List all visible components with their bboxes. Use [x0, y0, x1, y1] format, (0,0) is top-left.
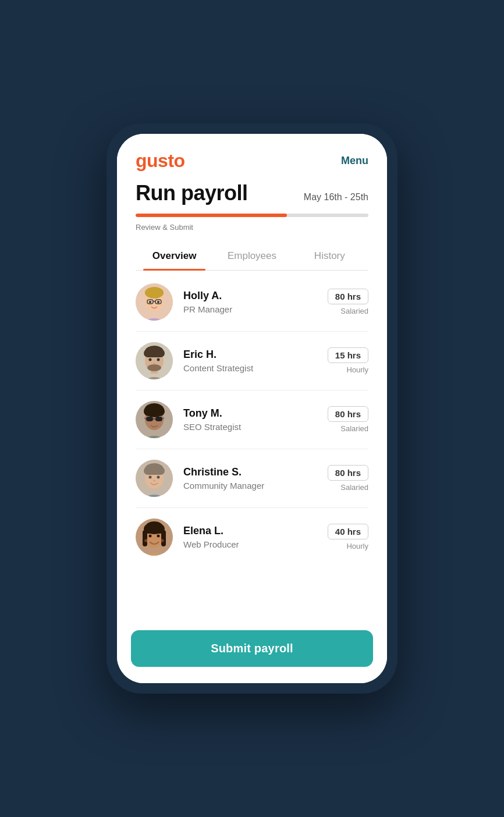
- date-range: May 16th - 25th: [304, 192, 368, 203]
- svg-rect-25: [146, 417, 153, 421]
- employee-info: Eric H. Content Strategist: [183, 349, 328, 373]
- svg-point-36: [157, 476, 160, 479]
- avatar: [136, 342, 173, 379]
- employee-info: Christine S. Community Manager: [183, 466, 328, 491]
- employee-role: Content Strategist: [183, 363, 328, 373]
- hours-block: 80 hrs Salaried: [328, 465, 368, 492]
- submit-payroll-button[interactable]: Submit payroll: [131, 630, 373, 667]
- hours-block: 15 hrs Hourly: [328, 347, 368, 374]
- hours-badge: 80 hrs: [328, 406, 368, 422]
- employee-name: Eric H.: [183, 349, 328, 361]
- svg-point-17: [149, 358, 152, 361]
- pay-type: Hourly: [328, 365, 368, 374]
- employee-name: Elena L.: [183, 525, 328, 537]
- employee-info: Elena L. Web Producer: [183, 525, 328, 549]
- table-row[interactable]: Elena L. Web Producer 40 hrs Hourly: [136, 508, 368, 566]
- employee-info: Holly A. PR Manager: [183, 290, 328, 314]
- hours-badge: 80 hrs: [328, 289, 368, 304]
- progress-label: Review & Submit: [136, 223, 368, 232]
- table-row[interactable]: Eric H. Content Strategist 15 hrs Hourly: [136, 332, 368, 390]
- app-logo: gusto: [136, 150, 185, 172]
- phone-shell: gusto Menu Run payroll May 16th - 25th R…: [107, 123, 397, 694]
- svg-rect-4: [145, 289, 164, 296]
- employee-name: Christine S.: [183, 466, 328, 478]
- hours-block: 80 hrs Salaried: [328, 406, 368, 433]
- avatar: [136, 401, 173, 438]
- employee-list: Holly A. PR Manager 80 hrs Salaried: [136, 273, 368, 566]
- svg-point-39: [141, 553, 167, 556]
- svg-point-47: [144, 539, 150, 542]
- svg-point-8: [149, 301, 151, 303]
- svg-point-16: [147, 364, 161, 371]
- hours-block: 40 hrs Hourly: [328, 524, 368, 550]
- tab-employees[interactable]: Employees: [213, 242, 290, 270]
- page-title: Run payroll: [136, 181, 248, 205]
- avatar: [136, 460, 173, 497]
- pay-type: Hourly: [328, 542, 368, 550]
- table-row[interactable]: Tony M. SEO Strategist 80 hrs Salaried: [136, 390, 368, 449]
- app-header: gusto Menu: [117, 134, 387, 181]
- svg-point-21: [141, 436, 167, 438]
- svg-point-1: [141, 318, 167, 321]
- svg-point-31: [141, 495, 167, 497]
- svg-rect-44: [161, 530, 166, 546]
- tab-overview[interactable]: Overview: [136, 242, 213, 270]
- svg-point-9: [157, 301, 159, 303]
- svg-point-45: [149, 535, 152, 538]
- svg-point-46: [157, 535, 160, 538]
- employee-name: Holly A.: [183, 290, 328, 302]
- svg-point-18: [157, 358, 160, 361]
- svg-point-11: [141, 377, 167, 379]
- table-row[interactable]: Holly A. PR Manager 80 hrs Salaried: [136, 273, 368, 332]
- tabs-bar: Overview Employees History: [136, 242, 368, 271]
- employee-role: Web Producer: [183, 539, 328, 549]
- progress-bar: [136, 214, 368, 217]
- employee-info: Tony M. SEO Strategist: [183, 407, 328, 432]
- employee-name: Tony M.: [183, 407, 328, 420]
- svg-rect-15: [144, 349, 165, 357]
- pay-type: Salaried: [328, 424, 368, 433]
- pay-type: Salaried: [328, 483, 368, 492]
- avatar: [136, 283, 173, 321]
- hours-badge: 80 hrs: [328, 465, 368, 481]
- employee-role: PR Manager: [183, 304, 328, 314]
- hours-block: 80 hrs Salaried: [328, 289, 368, 315]
- submit-area: Submit payroll: [117, 621, 387, 683]
- phone-screen: gusto Menu Run payroll May 16th - 25th R…: [117, 134, 387, 683]
- employee-role: SEO Strategist: [183, 422, 328, 432]
- avatar: [136, 518, 173, 556]
- svg-point-35: [149, 476, 152, 479]
- svg-rect-24: [144, 407, 165, 416]
- page-title-row: Run payroll May 16th - 25th: [136, 181, 368, 205]
- progress-fill: [136, 214, 287, 217]
- svg-point-48: [158, 539, 164, 542]
- employee-role: Community Manager: [183, 481, 328, 491]
- svg-point-37: [153, 480, 155, 482]
- content-area: Run payroll May 16th - 25th Review & Sub…: [117, 181, 387, 621]
- svg-rect-34: [144, 467, 165, 475]
- svg-rect-43: [143, 530, 147, 546]
- pay-type: Salaried: [328, 307, 368, 315]
- svg-rect-26: [155, 417, 162, 421]
- menu-button[interactable]: Menu: [341, 155, 368, 167]
- hours-badge: 40 hrs: [328, 524, 368, 539]
- svg-point-19: [153, 363, 155, 365]
- tab-history[interactable]: History: [291, 242, 368, 270]
- table-row[interactable]: Christine S. Community Manager 80 hrs Sa…: [136, 449, 368, 508]
- hours-badge: 15 hrs: [328, 347, 368, 363]
